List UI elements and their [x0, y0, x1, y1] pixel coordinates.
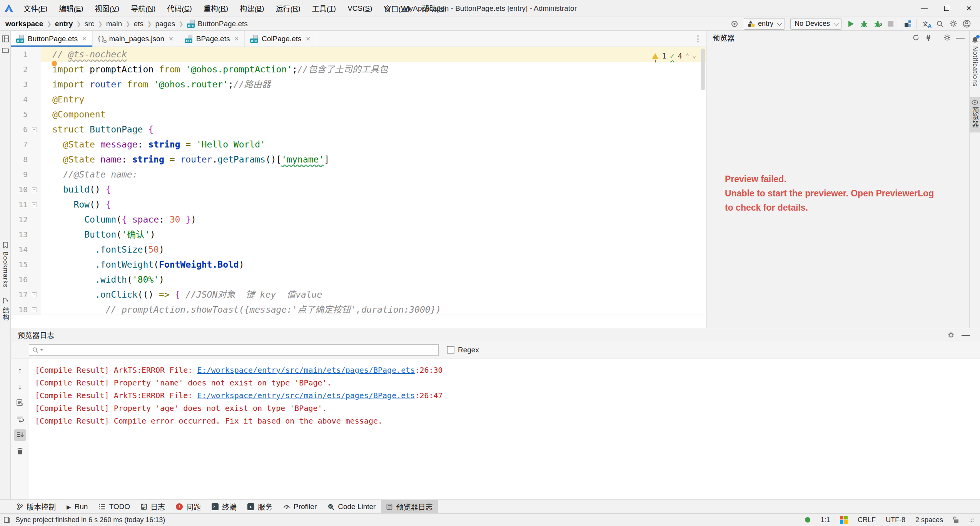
code-line[interactable]: 14 .fontSize(50)	[11, 242, 706, 257]
structure-strip-label[interactable]: 结构	[0, 307, 10, 321]
attach-debugger-button[interactable]	[874, 20, 882, 28]
code-line[interactable]: 15 .fontWeight(FontWeight.Bold)	[11, 257, 706, 272]
bookmarks-strip-label[interactable]: Bookmarks	[2, 251, 9, 288]
menu-v[interactable]: 视图(V)	[89, 0, 125, 17]
code-line[interactable]: 5@Component	[11, 107, 706, 122]
log-output[interactable]: [Compile Result] ArkTS:ERROR File: E:/wo…	[29, 358, 980, 499]
regex-checkbox[interactable]	[447, 346, 454, 353]
code-line[interactable]: 10− build() {	[11, 182, 706, 197]
caret-position[interactable]: 1:1	[820, 516, 830, 524]
stop-button[interactable]	[888, 21, 893, 27]
close-button[interactable]: ✕	[958, 0, 980, 17]
breadcrumb-file[interactable]: ETSButtonPage.ets	[187, 20, 248, 28]
menu-n[interactable]: 导航(N)	[125, 0, 161, 17]
toolwindow-profiler[interactable]: Profiler	[278, 500, 322, 513]
menu-r[interactable]: 重构(R)	[198, 0, 234, 17]
next-issue-icon[interactable]: ⌄	[693, 49, 696, 64]
scroll-to-end-icon[interactable]	[14, 429, 26, 441]
status-message[interactable]: Sync project finished in 6 s 260 ms (tod…	[15, 516, 165, 524]
fold-marker-icon[interactable]: −	[32, 127, 37, 132]
settings-gear-icon[interactable]	[949, 20, 957, 28]
toolwindow-branch[interactable]: 版本控制	[12, 500, 61, 513]
toolwindow-todo[interactable]: TODO	[93, 500, 135, 513]
inspection-widget[interactable]: 1✓4⌃⌄	[652, 49, 696, 64]
code-line[interactable]: 2import promptAction from '@ohos.promptA…	[11, 62, 706, 77]
code-line[interactable]: 1// @ts-nocheck1✓4⌃⌄	[11, 47, 706, 62]
toolwindow-services[interactable]: ▶服务	[242, 500, 278, 513]
menu-t[interactable]: 工具(T)	[306, 0, 342, 17]
menu-r[interactable]: 运行(R)	[270, 0, 306, 17]
code-line[interactable]: 8 @State name: string = router.getParams…	[11, 152, 706, 167]
encoding-indicator[interactable]: UTF-8	[886, 516, 905, 524]
debug-button[interactable]	[860, 20, 868, 28]
menu-f[interactable]: 文件(F)	[18, 0, 53, 17]
close-tab-icon[interactable]: ✕	[169, 35, 174, 42]
breadcrumb-item[interactable]: workspace	[5, 20, 43, 28]
translate-icon[interactable]: 文A	[922, 20, 931, 28]
code-line[interactable]: 7 @State message: string = 'Hello World'	[11, 137, 706, 152]
structure-icon[interactable]	[2, 298, 8, 304]
close-tab-icon[interactable]: ✕	[82, 35, 87, 42]
module-select[interactable]: entry	[744, 18, 785, 30]
fold-marker-icon[interactable]: −	[32, 292, 37, 297]
code-line[interactable]: 12 Column({ space: 30 })	[11, 212, 706, 227]
clear-log-trash-icon[interactable]	[14, 446, 26, 457]
menu-vcss[interactable]: VCS(S)	[342, 0, 378, 17]
menu-e[interactable]: 编辑(E)	[53, 0, 89, 17]
toolwindow-lint[interactable]: Code Linter	[322, 500, 381, 513]
menu-b[interactable]: 构建(B)	[234, 0, 270, 17]
close-tab-icon[interactable]: ✕	[306, 35, 311, 42]
code-line[interactable]: 9 //@State name:	[11, 167, 706, 182]
code-line[interactable]: 18− // promptAction.showToast({message:'…	[11, 302, 706, 315]
refresh-icon[interactable]	[912, 34, 920, 41]
tab-buttonpage.ets[interactable]: ETSButtonPage.ets✕	[11, 31, 93, 47]
search-everywhere-icon[interactable]	[936, 20, 944, 28]
project-files-icon[interactable]	[2, 47, 9, 53]
log-search-box[interactable]	[29, 344, 439, 356]
toolwindow-terminal[interactable]: >_终端	[206, 500, 242, 513]
attach-target-icon[interactable]	[731, 20, 738, 28]
search-history-caret-icon[interactable]	[40, 349, 43, 351]
tab-colpage.ets[interactable]: ETSColPage.ets✕	[245, 31, 316, 47]
tab-main_pages.json[interactable]: { }main_pages.json✕	[93, 31, 179, 47]
menu-c[interactable]: 代码(C)	[161, 0, 197, 17]
previewer-strip-tab[interactable]: 预览器	[970, 97, 980, 132]
status-window-icon[interactable]	[4, 517, 10, 523]
project-view-icon[interactable]	[2, 35, 9, 42]
code-line[interactable]: 3import router from '@ohos.router';//路由器	[11, 77, 706, 92]
fold-marker-icon[interactable]: −	[32, 307, 37, 312]
menu-w[interactable]: 窗口(W)	[378, 0, 416, 17]
breadcrumb-item[interactable]: src	[85, 20, 94, 28]
code-line[interactable]: 16 .width('80%')	[11, 272, 706, 287]
previewer-settings-icon[interactable]	[943, 34, 951, 41]
profiler-icon[interactable]	[905, 20, 911, 27]
breadcrumb-item[interactable]: ets	[134, 20, 144, 28]
maximize-button[interactable]	[935, 0, 958, 17]
lock-open-icon[interactable]	[953, 516, 959, 523]
regex-option[interactable]: Regex	[447, 346, 479, 354]
breadcrumb-item[interactable]: pages	[155, 20, 175, 28]
code-line[interactable]: 13 Button('确认')	[11, 227, 706, 242]
plug-icon[interactable]	[925, 34, 932, 41]
run-button[interactable]	[847, 20, 855, 28]
code-line[interactable]: 4@Entry	[11, 92, 706, 107]
toolwindow-log[interactable]: 日志	[135, 500, 170, 513]
soft-wrap-icon[interactable]	[14, 413, 26, 425]
close-tab-icon[interactable]: ✕	[234, 35, 239, 42]
prev-issue-icon[interactable]: ⌃	[686, 49, 689, 64]
breadcrumb-item[interactable]: entry	[55, 20, 73, 28]
editor-scrollbar[interactable]	[701, 49, 705, 90]
tab-bpage.ets[interactable]: ETSBPage.ets✕	[179, 31, 245, 47]
bookmarks-icon[interactable]	[3, 242, 8, 248]
scroll-up-icon[interactable]: ↑	[14, 365, 26, 376]
line-ending-indicator[interactable]: CRLF	[858, 516, 876, 524]
hide-log-panel-icon[interactable]: —	[962, 333, 970, 337]
scroll-down-icon[interactable]: ↓	[14, 381, 26, 392]
minimize-button[interactable]: —	[913, 0, 935, 17]
hide-panel-icon[interactable]: —	[956, 36, 965, 40]
code-line[interactable]: 11− Row() {	[11, 197, 706, 212]
more-tabs-icon[interactable]: ⋮	[694, 31, 702, 47]
notifications-bell-icon[interactable]	[972, 36, 978, 43]
indent-indicator[interactable]: 2 spaces	[915, 516, 943, 524]
filter-icon[interactable]	[14, 397, 26, 409]
